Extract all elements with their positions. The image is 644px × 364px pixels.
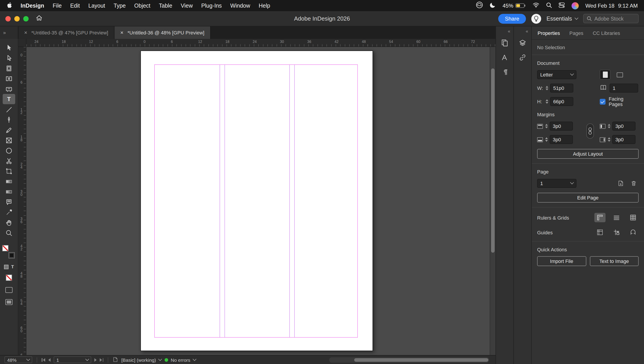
- menu-layout[interactable]: Layout: [88, 2, 105, 9]
- wifi-icon[interactable]: [533, 2, 539, 9]
- ruler-origin-corner[interactable]: [18, 39, 26, 47]
- pen-tool[interactable]: [3, 114, 15, 125]
- horizontal-ruler[interactable]: 24 18 12 6 0 6 12 18 24 30 36 42 48 54: [18, 39, 496, 47]
- menu-plugins[interactable]: Plug-Ins: [201, 2, 222, 9]
- top-margin-stepper[interactable]: [545, 124, 548, 128]
- scissors-tool[interactable]: [3, 156, 15, 166]
- apply-none-button[interactable]: [6, 274, 12, 281]
- left-margin-input[interactable]: 3p0: [612, 122, 636, 130]
- tab-cc-libraries[interactable]: CC Libraries: [593, 30, 620, 36]
- page-count-input[interactable]: 1: [610, 84, 638, 92]
- width-input[interactable]: 51p0: [550, 84, 573, 92]
- focus-moon-icon[interactable]: [490, 2, 496, 10]
- landscape-orientation-button[interactable]: [614, 70, 625, 80]
- user-avatar[interactable]: [572, 2, 579, 9]
- horizontal-scrollbar[interactable]: [329, 357, 489, 362]
- bottom-margin-stepper[interactable]: [545, 137, 548, 142]
- vertical-scrollbar-thumb[interactable]: [491, 68, 495, 253]
- first-page-button[interactable]: [42, 358, 45, 362]
- fill-swatch[interactable]: [2, 245, 8, 251]
- gradient-feather-tool[interactable]: [3, 186, 15, 197]
- baseline-grid-button[interactable]: [611, 213, 622, 222]
- adjust-layout-button[interactable]: Adjust Layout: [537, 149, 639, 159]
- pencil-tool[interactable]: [3, 125, 15, 135]
- page-size-select[interactable]: Letter: [537, 70, 576, 79]
- vertical-ruler[interactable]: 0 6 12 18 24 30 36 42 48 54 60 66: [18, 47, 26, 355]
- preflight-document-icon[interactable]: [113, 356, 118, 363]
- workspace-switcher[interactable]: Essentials: [546, 16, 578, 22]
- document-grid-button[interactable]: [628, 213, 639, 222]
- delete-page-button[interactable]: [629, 179, 639, 188]
- menu-object[interactable]: Object: [134, 2, 150, 9]
- pasteboard-canvas[interactable]: [26, 47, 496, 355]
- close-window-button[interactable]: [5, 16, 11, 21]
- character-styles-panel-button[interactable]: [499, 52, 510, 63]
- right-margin-input[interactable]: 3p0: [612, 135, 636, 144]
- width-stepper[interactable]: [546, 86, 548, 90]
- selection-tool[interactable]: [3, 42, 15, 53]
- content-collector-tool[interactable]: [3, 84, 15, 94]
- horizontal-scrollbar-thumb[interactable]: [354, 358, 488, 362]
- smart-guides-button[interactable]: [628, 228, 639, 237]
- collapse-dock-icon[interactable]: «: [508, 28, 510, 34]
- normal-view-mode-button[interactable]: [5, 287, 12, 293]
- type-tool[interactable]: T: [3, 94, 15, 104]
- top-margin-input[interactable]: 3p0: [550, 122, 573, 130]
- portrait-orientation-button[interactable]: [600, 70, 610, 80]
- menu-file[interactable]: File: [53, 2, 62, 9]
- import-file-button[interactable]: Import File: [537, 256, 586, 266]
- edit-page-button[interactable]: Edit Page: [537, 193, 639, 202]
- formatting-affects-text-icon[interactable]: T: [11, 265, 14, 269]
- creative-cloud-icon[interactable]: [476, 1, 483, 10]
- document-tab-untitled-35[interactable]: × *Untitled-35 @ 47% [GPU Preview]: [18, 26, 114, 39]
- current-page-select[interactable]: 1: [537, 179, 576, 188]
- menu-bar-clock[interactable]: Wed Feb 18 9:12 AM: [586, 2, 638, 9]
- formatting-affects-container-icon[interactable]: [4, 265, 8, 269]
- apple-menu-icon[interactable]: [6, 2, 12, 10]
- next-page-button[interactable]: [94, 358, 96, 362]
- discover-lightbulb-icon[interactable]: [531, 14, 541, 24]
- add-page-button[interactable]: [616, 179, 626, 188]
- minimize-window-button[interactable]: [14, 16, 20, 21]
- rectangle-frame-tool[interactable]: [3, 135, 15, 145]
- close-tab-icon[interactable]: ×: [120, 30, 124, 36]
- menu-table[interactable]: Table: [159, 2, 172, 9]
- right-margin-stepper[interactable]: [608, 137, 610, 142]
- page-number-input[interactable]: 1: [54, 356, 91, 363]
- eyedropper-tool[interactable]: [3, 207, 15, 217]
- menu-window[interactable]: Window: [230, 2, 250, 9]
- hand-tool[interactable]: [3, 217, 15, 228]
- stroke-swatch[interactable]: [8, 252, 15, 258]
- layers-panel-button[interactable]: [517, 37, 528, 48]
- preflight-profile-select[interactable]: [Basic] (working): [121, 357, 161, 362]
- text-to-image-button[interactable]: Text to Image: [590, 256, 639, 266]
- preflight-status-select[interactable]: No errors: [164, 357, 196, 362]
- zoom-tool[interactable]: [3, 228, 15, 238]
- left-margin-stepper[interactable]: [608, 124, 610, 128]
- ellipse-tool[interactable]: [3, 145, 15, 156]
- show-rulers-button[interactable]: [594, 213, 606, 222]
- zoom-level-select[interactable]: 48%: [4, 356, 32, 363]
- tab-pages[interactable]: Pages: [569, 30, 583, 36]
- app-menu[interactable]: InDesign: [20, 2, 44, 9]
- battery-status[interactable]: 45%: [503, 2, 526, 9]
- menu-edit[interactable]: Edit: [70, 2, 80, 9]
- previous-page-button[interactable]: [48, 358, 50, 362]
- height-input[interactable]: 66p0: [550, 97, 573, 106]
- close-tab-icon[interactable]: ×: [24, 30, 27, 36]
- home-icon[interactable]: [36, 14, 42, 22]
- tab-properties[interactable]: Properties: [538, 30, 560, 36]
- preview-mode-button[interactable]: [5, 299, 12, 305]
- document-page[interactable]: [140, 50, 373, 351]
- vertical-scrollbar[interactable]: [490, 47, 496, 355]
- gap-tool[interactable]: [3, 73, 15, 84]
- link-margins-toggle[interactable]: [586, 124, 594, 138]
- lock-guides-button[interactable]: [611, 228, 622, 237]
- control-center-icon[interactable]: [558, 2, 565, 9]
- page-tool[interactable]: [3, 63, 15, 73]
- bottom-margin-input[interactable]: 3p0: [550, 135, 573, 144]
- pages-panel-button[interactable]: [499, 37, 510, 48]
- fill-stroke-controls[interactable]: [2, 245, 16, 258]
- spotlight-search-icon[interactable]: [546, 2, 552, 9]
- expand-tools-panel-icon[interactable]: »: [3, 30, 6, 35]
